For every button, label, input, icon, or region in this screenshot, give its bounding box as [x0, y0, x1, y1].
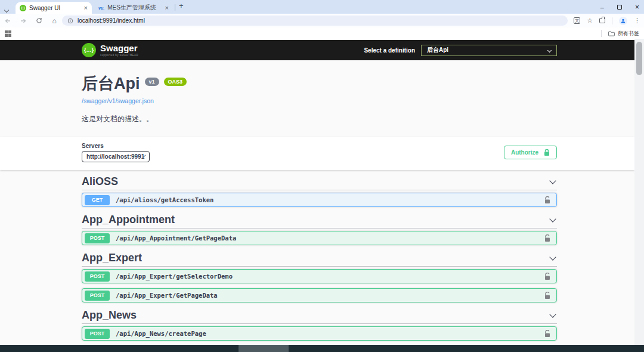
back-button[interactable] [0, 17, 16, 24]
section-title: App_Expert [82, 252, 142, 264]
refresh-icon [36, 17, 42, 24]
swagger-page: 后台Api v1 OAS3 /swagger/v1/swagger.json 这… [0, 60, 634, 345]
lock-icon [544, 149, 550, 156]
endpoint-path: /api/alioss/getAccessToken [116, 196, 544, 203]
tab-mes-system[interactable]: vu. MES生产管理系统 × [94, 2, 173, 14]
chevron-down-icon [549, 177, 556, 184]
auth-lock-button[interactable] [544, 273, 550, 280]
authorize-button[interactable]: Authorize [504, 146, 557, 159]
bookmark-star-icon[interactable]: ☆ [587, 17, 593, 24]
api-description: 这是对文档的描述。。 [82, 114, 557, 124]
auth-lock-button[interactable] [544, 292, 550, 299]
tab-title: Swagger UI [29, 5, 81, 11]
method-badge: POST [85, 271, 110, 282]
tab-separator [175, 4, 175, 11]
definition-select-value: 后台Api [427, 46, 448, 54]
extensions-icon[interactable] [599, 18, 605, 23]
endpoint-row-expert-getpagedata[interactable]: POST /api/App_Expert/GetPageData [82, 288, 557, 302]
close-icon[interactable]: × [635, 3, 639, 11]
method-badge: POST [85, 291, 110, 301]
servers-select-value: http://localhost:9991 [86, 153, 144, 160]
address-bar[interactable]: localhost:9991/index.html [62, 16, 568, 26]
unlock-icon [544, 234, 550, 242]
browser-menu-icon[interactable]: ⋮ [634, 17, 640, 24]
forward-arrow-icon [20, 17, 27, 24]
endpoint-row-get-accesstoken[interactable]: GET /api/alioss/getAccessToken [82, 193, 557, 207]
authorize-label: Authorize [511, 149, 538, 156]
endpoint-row-expert-getselectordemo[interactable]: POST /api/App_Expert/getSelectorDemo [82, 269, 557, 283]
api-sections: AliOSS GET /api/alioss/getAccessToken Ap… [0, 174, 634, 341]
bottom-bar [0, 345, 644, 352]
endpoint-path: /api/App_Expert/getSelectorDemo [116, 273, 544, 280]
method-badge: POST [85, 233, 110, 243]
chevron-down-icon [549, 311, 556, 317]
section-header-alioss[interactable]: AliOSS [82, 174, 557, 190]
section-header-app-news[interactable]: App_News [82, 307, 557, 324]
swagger-logo: {…} Swagger supported by SMARTBEAR [82, 43, 138, 57]
section-header-app-appointment[interactable]: App_Appointment [82, 212, 557, 229]
version-badge: v1 [145, 78, 159, 86]
window-controls: – × [600, 0, 639, 14]
url-text: localhost:9991/index.html [78, 17, 145, 24]
person-icon [620, 18, 626, 24]
section-title: App_News [82, 309, 137, 322]
section-header-app-expert[interactable]: App_Expert [82, 250, 557, 267]
unlock-icon [544, 196, 550, 204]
auth-lock-button[interactable] [544, 330, 550, 338]
toolbar-divider [612, 17, 612, 24]
new-tab-button[interactable]: + [179, 1, 184, 10]
select-definition-label: Select a definition [364, 47, 415, 54]
profile-avatar[interactable] [619, 17, 627, 25]
servers-label: Servers [82, 143, 150, 149]
endpoint-path: /api/App_Appointment/GetPageData [116, 234, 544, 242]
endpoint-row-news-createpage[interactable]: POST /api/App_News/createPage [82, 326, 557, 341]
tab-search-button[interactable] [5, 4, 8, 14]
chevron-down-icon [547, 48, 552, 52]
unlock-icon [544, 273, 550, 280]
vertical-scrollbar-thumb[interactable] [636, 42, 642, 75]
vertical-scrollbar[interactable] [634, 40, 644, 345]
tab-close-icon[interactable]: × [84, 4, 88, 11]
tab-title: MES生产管理系统 [107, 4, 162, 12]
swagger-logo-subtext: supported by SMARTBEAR [100, 54, 138, 57]
apps-grid-icon[interactable] [5, 30, 11, 37]
api-info-block: 后台Api v1 OAS3 /swagger/v1/swagger.json 这… [0, 60, 634, 137]
spec-json-link[interactable]: /swagger/v1/swagger.json [82, 97, 154, 104]
swagger-logo-text: Swagger [100, 44, 138, 53]
unlock-icon [544, 292, 550, 299]
all-bookmarks-label: 所有书签 [618, 30, 639, 38]
servers-group: Servers http://localhost:9991 [82, 143, 150, 162]
section-title: AliOSS [82, 175, 118, 188]
maximize-icon[interactable] [617, 5, 622, 10]
chevron-down-icon [549, 215, 556, 222]
vue-favicon-icon: vu. [98, 6, 104, 10]
swagger-topbar: {…} Swagger supported by SMARTBEAR Selec… [0, 40, 634, 60]
chevron-down-icon [4, 8, 9, 13]
endpoint-row-appointment-getpagedata[interactable]: POST /api/App_Appointment/GetPageData [82, 231, 557, 245]
method-badge: GET [85, 195, 110, 205]
chevron-down-icon [549, 254, 556, 260]
servers-select[interactable]: http://localhost:9991 [82, 151, 150, 162]
minimize-icon[interactable]: – [600, 4, 604, 11]
site-info-icon[interactable] [67, 18, 73, 24]
bookmarks-divider [601, 30, 602, 37]
swagger-favicon-icon: {;} [20, 5, 26, 11]
definition-select[interactable]: 后台Api [421, 45, 557, 56]
translate-icon[interactable]: 文 [574, 17, 580, 24]
auth-lock-button[interactable] [544, 196, 550, 204]
auth-lock-button[interactable] [544, 234, 550, 242]
bookmarks-bar: 所有书签 [0, 27, 644, 40]
tab-swagger-ui[interactable]: {;} Swagger UI × [16, 2, 92, 14]
method-badge: POST [85, 329, 110, 339]
forward-button[interactable] [16, 17, 31, 24]
swagger-logo-icon: {…} [82, 43, 96, 57]
screen: {;} Swagger UI × vu. MES生产管理系统 × + – × ⌂ [0, 0, 644, 352]
api-title: 后台Api [82, 76, 140, 92]
refresh-button[interactable] [31, 17, 47, 24]
bottom-scrollbar-thumb[interactable] [239, 345, 289, 352]
oas3-badge: OAS3 [164, 78, 187, 86]
all-bookmarks-button[interactable]: 所有书签 [601, 27, 639, 39]
endpoint-path: /api/App_Expert/GetPageData [116, 292, 544, 299]
tab-close-icon[interactable]: × [165, 4, 169, 11]
scheme-container: Servers http://localhost:9991 Authorize [0, 137, 634, 170]
